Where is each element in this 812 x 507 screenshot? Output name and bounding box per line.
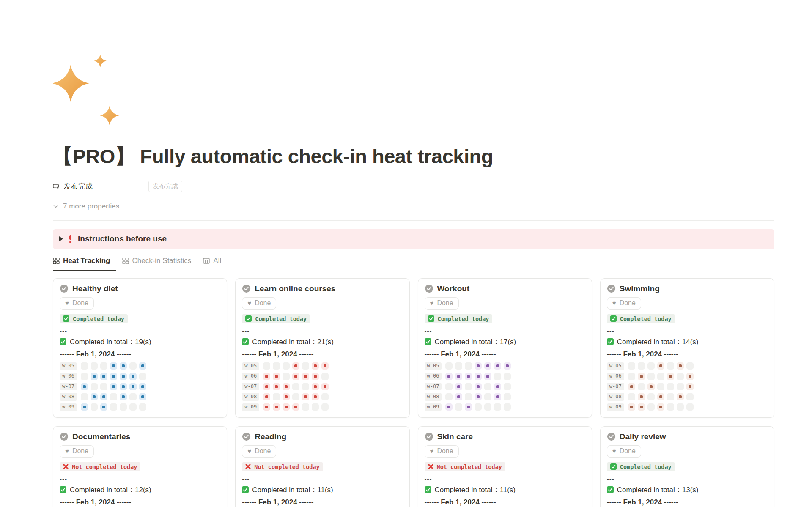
habit-card[interactable]: Reading♥DoneNot completed today---Comple… (235, 426, 409, 507)
heat-cell (677, 403, 684, 411)
separator-text: --- (60, 475, 67, 482)
done-button[interactable]: ♥Done (242, 445, 276, 458)
toggle-triangle-icon[interactable] (59, 236, 63, 241)
habit-card[interactable]: Documentaries♥DoneNot completed today---… (53, 426, 227, 507)
date-heading: ------ Feb 1, 2024 ------ (607, 350, 678, 359)
heat-cell (455, 393, 462, 400)
heart-icon: ♥ (247, 448, 251, 454)
tab-checkin-statistics[interactable]: Check-in Statistics (122, 252, 198, 271)
heat-cell (292, 373, 299, 380)
heat-cell (484, 362, 491, 370)
heat-cell (657, 362, 664, 370)
total-count: 11 (317, 486, 325, 494)
date-heading: ------ Feb 1, 2024 ------ (60, 498, 131, 507)
tab-heat-tracking[interactable]: Heat Tracking (53, 252, 116, 271)
card-title: Skin care (437, 432, 473, 441)
heat-cell (686, 393, 694, 400)
done-button[interactable]: ♥Done (425, 445, 459, 458)
today-status-badge: Not completed today (60, 462, 140, 471)
heat-cell (139, 362, 146, 370)
heat-cell (110, 373, 117, 380)
check-emoji-icon (607, 486, 614, 493)
done-button-label: Done (72, 299, 88, 307)
heart-icon: ♥ (430, 300, 434, 306)
heat-cell (312, 383, 319, 390)
heat-cell (465, 393, 472, 400)
total-count: 17 (500, 338, 508, 346)
total-count: 21 (317, 338, 325, 346)
heat-cell (321, 383, 329, 390)
more-properties-toggle[interactable]: 7 more properties (53, 202, 774, 211)
heat-cell (139, 393, 146, 400)
done-button[interactable]: ♥Done (425, 297, 459, 310)
heat-cell (302, 383, 309, 390)
card-title-row: Daily review (607, 432, 666, 441)
page-title[interactable]: 【PRO】 Fully automatic check-in heat trac… (53, 144, 774, 169)
heat-row: w-08 (607, 393, 694, 400)
tab-all[interactable]: All (203, 252, 227, 271)
heat-cell (110, 362, 117, 370)
week-label: w-07 (425, 383, 442, 390)
habit-card[interactable]: Daily review♥DoneCompleted today---Compl… (600, 426, 774, 507)
heat-cell (283, 403, 290, 411)
heat-row: w-07 (242, 383, 329, 390)
heat-cell (273, 383, 280, 390)
habit-card[interactable]: Healthy diet♥DoneCompleted today---Compl… (53, 278, 227, 418)
done-button[interactable]: ♥Done (60, 297, 94, 310)
heat-cell (504, 362, 511, 370)
today-status-label: Completed today (620, 463, 672, 470)
heat-cell (110, 383, 117, 390)
page-emoji sparkles-icon[interactable] (53, 51, 121, 126)
week-label: w-05 (60, 362, 77, 370)
heat-cell (445, 393, 453, 400)
done-button[interactable]: ♥Done (242, 297, 276, 310)
week-label: w-06 (607, 373, 624, 380)
heat-cell (667, 393, 674, 400)
heat-cell (484, 403, 491, 411)
habit-card[interactable]: Skin care♥DoneNot completed today---Comp… (418, 426, 592, 507)
tab-label: Check-in Statistics (132, 257, 192, 265)
week-label: w-09 (60, 403, 77, 411)
property-row: 发布完成 发布完成 (53, 180, 774, 193)
card-title: Daily review (620, 432, 666, 441)
heat-cell (120, 373, 127, 380)
heat-cell (302, 373, 309, 380)
heat-cell (292, 362, 299, 370)
heat-cell (321, 373, 329, 380)
heat-cell (120, 393, 127, 400)
today-status-label: Completed today (620, 315, 672, 322)
property-button[interactable]: 发布完成 (53, 181, 93, 191)
done-circle-icon (60, 284, 69, 293)
heat-cell (657, 393, 664, 400)
heat-cell (273, 403, 280, 411)
habit-card[interactable]: Workout♥DoneCompleted today---Completed … (418, 278, 592, 418)
property-value-tag[interactable]: 发布完成 (148, 181, 182, 192)
heat-cell (657, 383, 664, 390)
heat-cell (475, 393, 482, 400)
heat-cell (100, 362, 107, 370)
habit-card[interactable]: Learn online courses♥DoneCompleted today… (235, 278, 409, 418)
habit-card[interactable]: Swimming♥DoneCompleted today---Completed… (600, 278, 774, 418)
heat-cell (120, 403, 127, 411)
separator-text: --- (242, 475, 250, 482)
card-title-row: Skin care (425, 432, 473, 441)
heat-cell (312, 362, 319, 370)
heat-cell (686, 373, 694, 380)
heat-cell (263, 393, 270, 400)
week-label: w-09 (425, 403, 442, 411)
heat-grid: w-05w-06w-07w-08w-09 (242, 362, 329, 411)
heat-cell (677, 373, 684, 380)
heat-cell (638, 403, 645, 411)
done-button[interactable]: ♥Done (607, 297, 641, 310)
done-button-label: Done (620, 447, 636, 455)
heat-row: w-06 (425, 373, 511, 380)
done-circle-icon (425, 284, 433, 293)
total-count: 11 (500, 486, 508, 494)
heat-cell (494, 373, 501, 380)
heat-cell (120, 362, 127, 370)
heat-cell (628, 403, 635, 411)
check-emoji-icon (607, 338, 614, 345)
done-button[interactable]: ♥Done (607, 445, 641, 458)
heat-cell (677, 393, 684, 400)
done-button[interactable]: ♥Done (60, 445, 94, 458)
